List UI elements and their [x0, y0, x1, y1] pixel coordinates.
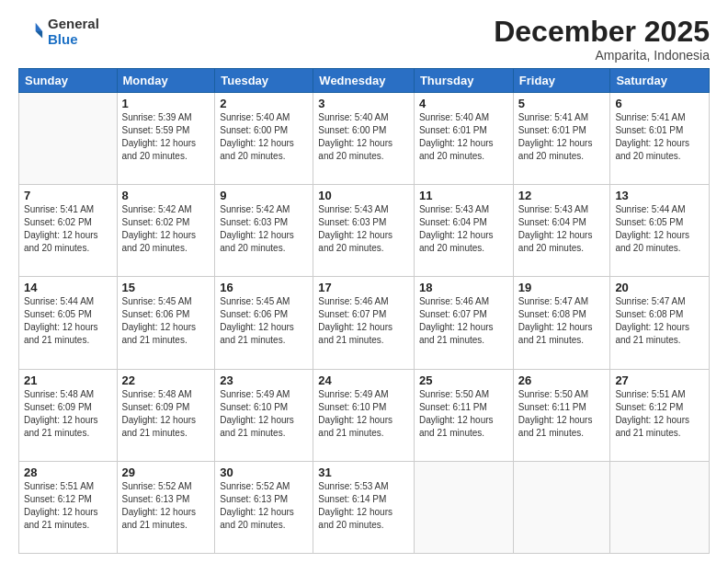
day-number: 2 [220, 97, 308, 110]
day-number: 20 [615, 281, 704, 294]
table-row: 18Sunrise: 5:46 AM Sunset: 6:07 PM Dayli… [414, 277, 513, 369]
day-number: 10 [318, 189, 409, 202]
day-info: Sunrise: 5:45 AM Sunset: 6:06 PM Dayligh… [220, 295, 308, 347]
table-row: 22Sunrise: 5:48 AM Sunset: 6:09 PM Dayli… [117, 369, 215, 461]
day-info: Sunrise: 5:41 AM Sunset: 6:01 PM Dayligh… [615, 111, 704, 163]
day-number: 3 [318, 97, 409, 110]
day-number: 28 [24, 465, 112, 479]
day-info: Sunrise: 5:47 AM Sunset: 6:08 PM Dayligh… [518, 295, 606, 347]
day-number: 8 [122, 189, 210, 202]
day-number: 30 [220, 465, 308, 479]
day-number: 14 [24, 281, 112, 294]
day-number: 19 [518, 281, 606, 294]
table-row: 14Sunrise: 5:44 AM Sunset: 6:05 PM Dayli… [19, 277, 118, 369]
table-row: 25Sunrise: 5:50 AM Sunset: 6:11 PM Dayli… [414, 369, 513, 461]
day-number: 6 [615, 97, 704, 110]
day-info: Sunrise: 5:40 AM Sunset: 6:01 PM Dayligh… [419, 111, 508, 163]
table-row: 31Sunrise: 5:53 AM Sunset: 6:14 PM Dayli… [313, 461, 415, 553]
table-row: 19Sunrise: 5:47 AM Sunset: 6:08 PM Dayli… [513, 277, 610, 369]
calendar-page: General Blue December 2025 Amparita, Ind… [0, 0, 728, 563]
day-info: Sunrise: 5:44 AM Sunset: 6:05 PM Dayligh… [615, 203, 704, 255]
table-row: 16Sunrise: 5:45 AM Sunset: 6:06 PM Dayli… [215, 277, 313, 369]
header-tuesday: Tuesday [215, 69, 313, 93]
day-info: Sunrise: 5:42 AM Sunset: 6:03 PM Dayligh… [220, 203, 308, 255]
table-row: 29Sunrise: 5:52 AM Sunset: 6:13 PM Dayli… [117, 461, 215, 553]
day-info: Sunrise: 5:46 AM Sunset: 6:07 PM Dayligh… [318, 295, 409, 347]
calendar-week-row: 1Sunrise: 5:39 AM Sunset: 5:59 PM Daylig… [19, 93, 710, 185]
svg-marker-0 [36, 22, 42, 30]
table-row: 6Sunrise: 5:41 AM Sunset: 6:01 PM Daylig… [610, 93, 710, 185]
header-saturday: Saturday [610, 69, 710, 93]
calendar-week-row: 14Sunrise: 5:44 AM Sunset: 6:05 PM Dayli… [19, 277, 710, 369]
day-info: Sunrise: 5:41 AM Sunset: 6:01 PM Dayligh… [518, 111, 606, 163]
table-row: 1Sunrise: 5:39 AM Sunset: 5:59 PM Daylig… [117, 93, 215, 185]
day-info: Sunrise: 5:43 AM Sunset: 6:04 PM Dayligh… [518, 203, 606, 255]
table-row: 7Sunrise: 5:41 AM Sunset: 6:02 PM Daylig… [19, 185, 118, 277]
day-info: Sunrise: 5:51 AM Sunset: 6:12 PM Dayligh… [615, 388, 704, 440]
table-row: 9Sunrise: 5:42 AM Sunset: 6:03 PM Daylig… [215, 185, 313, 277]
title-block: December 2025 Amparita, Indonesia [494, 17, 710, 63]
logo: General Blue [18, 17, 99, 47]
day-info: Sunrise: 5:45 AM Sunset: 6:06 PM Dayligh… [122, 295, 210, 347]
table-row: 23Sunrise: 5:49 AM Sunset: 6:10 PM Dayli… [215, 369, 313, 461]
table-row [610, 461, 710, 553]
table-row [414, 461, 513, 553]
day-info: Sunrise: 5:40 AM Sunset: 6:00 PM Dayligh… [220, 111, 308, 163]
table-row: 28Sunrise: 5:51 AM Sunset: 6:12 PM Dayli… [19, 461, 118, 553]
day-number: 15 [122, 281, 210, 294]
day-number: 21 [24, 373, 112, 387]
header-friday: Friday [513, 69, 610, 93]
location-subtitle: Amparita, Indonesia [494, 48, 710, 63]
table-row: 12Sunrise: 5:43 AM Sunset: 6:04 PM Dayli… [513, 185, 610, 277]
day-number: 5 [518, 97, 606, 110]
day-info: Sunrise: 5:50 AM Sunset: 6:11 PM Dayligh… [518, 388, 606, 440]
day-info: Sunrise: 5:43 AM Sunset: 6:04 PM Dayligh… [419, 203, 508, 255]
table-row: 20Sunrise: 5:47 AM Sunset: 6:08 PM Dayli… [610, 277, 710, 369]
table-row [513, 461, 610, 553]
table-row: 30Sunrise: 5:52 AM Sunset: 6:13 PM Dayli… [215, 461, 313, 553]
header-monday: Monday [117, 69, 215, 93]
header-wednesday: Wednesday [313, 69, 415, 93]
table-row: 5Sunrise: 5:41 AM Sunset: 6:01 PM Daylig… [513, 93, 610, 185]
day-number: 27 [615, 373, 704, 387]
table-row: 15Sunrise: 5:45 AM Sunset: 6:06 PM Dayli… [117, 277, 215, 369]
table-row: 11Sunrise: 5:43 AM Sunset: 6:04 PM Dayli… [414, 185, 513, 277]
table-row [19, 93, 118, 185]
day-number: 25 [419, 373, 508, 387]
day-number: 4 [419, 97, 508, 110]
day-info: Sunrise: 5:46 AM Sunset: 6:07 PM Dayligh… [419, 295, 508, 347]
day-info: Sunrise: 5:49 AM Sunset: 6:10 PM Dayligh… [318, 388, 409, 440]
day-info: Sunrise: 5:48 AM Sunset: 6:09 PM Dayligh… [122, 388, 210, 440]
day-info: Sunrise: 5:41 AM Sunset: 6:02 PM Dayligh… [24, 203, 112, 255]
month-title: December 2025 [494, 17, 710, 46]
day-info: Sunrise: 5:39 AM Sunset: 5:59 PM Dayligh… [122, 111, 210, 163]
table-row: 17Sunrise: 5:46 AM Sunset: 6:07 PM Dayli… [313, 277, 415, 369]
day-info: Sunrise: 5:51 AM Sunset: 6:12 PM Dayligh… [24, 480, 112, 532]
day-number: 12 [518, 189, 606, 202]
day-info: Sunrise: 5:50 AM Sunset: 6:11 PM Dayligh… [419, 388, 508, 440]
svg-marker-1 [36, 31, 42, 38]
day-info: Sunrise: 5:53 AM Sunset: 6:14 PM Dayligh… [318, 480, 409, 532]
table-row: 10Sunrise: 5:43 AM Sunset: 6:03 PM Dayli… [313, 185, 415, 277]
logo-text: General Blue [48, 17, 99, 47]
day-number: 22 [122, 373, 210, 387]
table-row: 27Sunrise: 5:51 AM Sunset: 6:12 PM Dayli… [610, 369, 710, 461]
day-number: 13 [615, 189, 704, 202]
day-number: 23 [220, 373, 308, 387]
day-number: 31 [318, 465, 409, 479]
day-number: 26 [518, 373, 606, 387]
calendar-week-row: 21Sunrise: 5:48 AM Sunset: 6:09 PM Dayli… [19, 369, 710, 461]
table-row: 4Sunrise: 5:40 AM Sunset: 6:01 PM Daylig… [414, 93, 513, 185]
day-number: 11 [419, 189, 508, 202]
day-info: Sunrise: 5:52 AM Sunset: 6:13 PM Dayligh… [122, 480, 210, 532]
day-info: Sunrise: 5:52 AM Sunset: 6:13 PM Dayligh… [220, 480, 308, 532]
table-row: 8Sunrise: 5:42 AM Sunset: 6:02 PM Daylig… [117, 185, 215, 277]
header-sunday: Sunday [19, 69, 118, 93]
day-info: Sunrise: 5:48 AM Sunset: 6:09 PM Dayligh… [24, 388, 112, 440]
day-number: 1 [122, 97, 210, 110]
header-thursday: Thursday [414, 69, 513, 93]
day-number: 9 [220, 189, 308, 202]
logo-icon [18, 19, 44, 45]
header: General Blue December 2025 Amparita, Ind… [18, 17, 710, 63]
table-row: 24Sunrise: 5:49 AM Sunset: 6:10 PM Dayli… [313, 369, 415, 461]
